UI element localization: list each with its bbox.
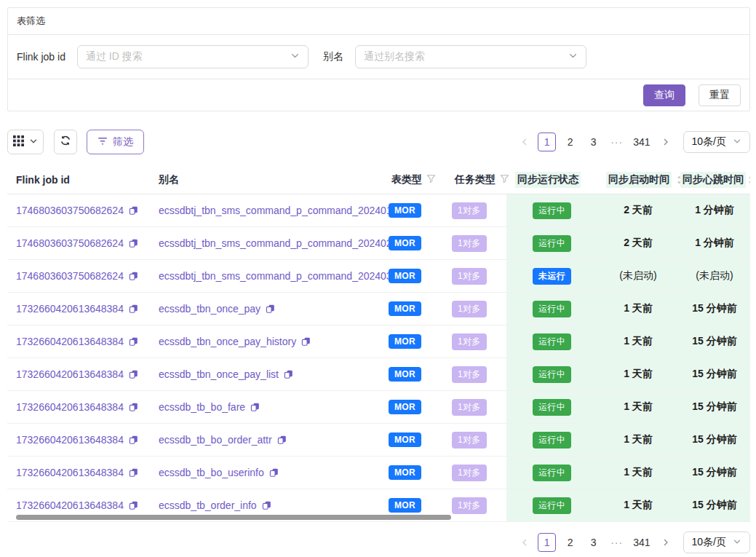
copy-icon[interactable] bbox=[129, 336, 138, 347]
alias-value[interactable]: ecssdb_tb_bo_fare bbox=[159, 401, 245, 413]
table-row: 1746803603750682624ecssdbtj_tbn_sms_comm… bbox=[7, 194, 750, 227]
column-header-sync-start-time[interactable]: 同步启动时间 bbox=[597, 165, 679, 194]
sync-heartbeat-time-cell: 15 分钟前 bbox=[679, 325, 750, 357]
pagination-page-3[interactable]: 3 bbox=[584, 133, 602, 151]
reset-button[interactable]: 重置 bbox=[699, 84, 741, 106]
alias-value[interactable]: ecssdb_tbn_once_pay_list bbox=[159, 368, 279, 380]
pagination-page-341[interactable]: 341 bbox=[631, 133, 652, 151]
task-type-badge: 1对多 bbox=[452, 202, 487, 219]
column-label: Flink job id bbox=[16, 174, 70, 186]
alias-cell[interactable]: ecssdb_tb_bo_fare bbox=[150, 391, 383, 423]
flink-job-id-value[interactable]: 1746803603750682624 bbox=[16, 205, 124, 216]
alias-value[interactable]: ecssdb_tbn_once_pay bbox=[159, 303, 260, 315]
column-settings-button[interactable] bbox=[7, 130, 44, 154]
copy-icon[interactable] bbox=[129, 271, 138, 281]
pagination-prev-button[interactable] bbox=[517, 133, 533, 151]
flink-job-id-value[interactable]: 1732660420613648384 bbox=[16, 401, 124, 413]
pagination-page-1[interactable]: 1 bbox=[538, 533, 556, 552]
sorter-icon[interactable] bbox=[747, 175, 750, 188]
copy-icon[interactable] bbox=[301, 336, 311, 347]
sync-table: Flink job id别名表类型任务类型同步运行状态同步启动时间同步心跳时间 … bbox=[7, 165, 750, 522]
pagination-next-button[interactable] bbox=[658, 533, 674, 552]
flink-job-id-cell[interactable]: 1732660420613648384 bbox=[7, 293, 150, 325]
table-row: 1732660420613648384ecssdb_tb_bo_userinfo… bbox=[7, 457, 750, 489]
copy-icon[interactable] bbox=[269, 467, 279, 478]
alias-cell[interactable]: ecssdbtj_tbn_sms_command_p_command_20240… bbox=[150, 194, 383, 226]
flink-job-id-cell[interactable]: 1746803603750682624 bbox=[7, 260, 150, 292]
alias-value[interactable]: ecssdb_tb_bo_userinfo bbox=[159, 467, 264, 478]
flink-job-id-cell[interactable]: 1732660420613648384 bbox=[7, 457, 150, 489]
alias-cell[interactable]: ecssdb_tbn_once_pay_list bbox=[150, 358, 383, 390]
flink-job-id-label: Flink job id bbox=[17, 51, 65, 63]
copy-icon[interactable] bbox=[129, 402, 138, 412]
status-badge: 运行中 bbox=[533, 432, 571, 449]
filter-form: Flink job id 通过 ID 搜索 别名 通过别名搜索 bbox=[8, 35, 749, 79]
copy-icon[interactable] bbox=[262, 500, 271, 510]
sync-heartbeat-time-cell: 15 分钟前 bbox=[679, 391, 750, 423]
refresh-icon bbox=[60, 135, 71, 149]
flink-job-id-value[interactable]: 1732660420613648384 bbox=[16, 303, 124, 315]
copy-icon[interactable] bbox=[277, 435, 287, 445]
pagination-next-button[interactable] bbox=[658, 133, 674, 151]
flink-job-id-value[interactable]: 1746803603750682624 bbox=[16, 270, 124, 282]
flink-job-id-value[interactable]: 1732660420613648384 bbox=[16, 434, 124, 446]
flink-job-id-cell[interactable]: 1732660420613648384 bbox=[7, 325, 150, 357]
filter-toggle-button[interactable]: 筛选 bbox=[87, 130, 144, 154]
column-header-task-type[interactable]: 任务类型 bbox=[446, 165, 506, 194]
alias-value[interactable]: ecssdbtj_tbn_sms_command_p_command_20240… bbox=[159, 270, 392, 282]
flink-job-id-value[interactable]: 1732660420613648384 bbox=[16, 368, 124, 380]
alias-cell[interactable]: ecssdb_tb_bo_userinfo bbox=[150, 457, 383, 489]
flink-job-id-select[interactable]: 通过 ID 搜索 bbox=[77, 45, 309, 68]
flink-job-id-cell[interactable]: 1732660420613648384 bbox=[7, 391, 150, 423]
flink-job-id-cell[interactable]: 1746803603750682624 bbox=[7, 227, 150, 259]
alias-cell[interactable]: ecssdb_tb_bo_order_attr bbox=[150, 424, 383, 456]
pagination-page-2[interactable]: 2 bbox=[561, 133, 579, 151]
flink-job-id-value[interactable]: 1732660420613648384 bbox=[16, 499, 124, 511]
pagination-prev-button[interactable] bbox=[517, 533, 533, 552]
alias-value[interactable]: ecssdb_tb_order_info bbox=[159, 499, 257, 511]
alias-value[interactable]: ecssdb_tbn_once_pay_history bbox=[159, 336, 296, 347]
copy-icon[interactable] bbox=[129, 205, 138, 216]
copy-icon[interactable] bbox=[129, 500, 138, 510]
flink-job-id-value[interactable]: 1732660420613648384 bbox=[16, 336, 124, 347]
copy-icon[interactable] bbox=[129, 435, 138, 445]
flink-job-id-value[interactable]: 1732660420613648384 bbox=[16, 467, 124, 478]
funnel-icon[interactable] bbox=[426, 174, 436, 186]
pagination-page-1[interactable]: 1 bbox=[538, 133, 556, 151]
sync-status-cell: 运行中 bbox=[506, 358, 597, 390]
sync-heartbeat-time-cell: 1 分钟前 bbox=[679, 227, 750, 259]
copy-icon[interactable] bbox=[129, 369, 138, 379]
column-label: 表类型 bbox=[391, 173, 422, 186]
pagination-page-341[interactable]: 341 bbox=[631, 533, 652, 552]
pagination-page-2[interactable]: 2 bbox=[561, 533, 579, 552]
alias-value[interactable]: ecssdbtj_tbn_sms_command_p_command_20240… bbox=[159, 205, 392, 216]
alias-select[interactable]: 通过别名搜索 bbox=[355, 45, 586, 68]
pagination-page-3[interactable]: 3 bbox=[584, 533, 602, 552]
column-header-table-type[interactable]: 表类型 bbox=[383, 165, 446, 194]
grid-icon bbox=[13, 135, 24, 149]
flink-job-id-cell[interactable]: 1746803603750682624 bbox=[7, 194, 150, 226]
alias-cell[interactable]: ecssdb_tbn_once_pay_history bbox=[150, 325, 383, 357]
alias-value[interactable]: ecssdb_tb_bo_order_attr bbox=[159, 434, 272, 446]
copy-icon[interactable] bbox=[250, 402, 260, 412]
sync-heartbeat-time-cell: 15 分钟前 bbox=[679, 489, 750, 521]
copy-icon[interactable] bbox=[129, 304, 138, 314]
sync-start-time-cell: 1 天前 bbox=[597, 358, 679, 390]
flink-job-id-value[interactable]: 1746803603750682624 bbox=[16, 237, 124, 249]
page-size-select[interactable]: 10条/页 bbox=[683, 131, 750, 153]
alias-cell[interactable]: ecssdb_tbn_once_pay bbox=[150, 293, 383, 325]
alias-value[interactable]: ecssdbtj_tbn_sms_command_p_command_20240… bbox=[159, 237, 392, 249]
copy-icon[interactable] bbox=[129, 467, 138, 478]
copy-icon[interactable] bbox=[266, 304, 275, 314]
alias-cell[interactable]: ecssdbtj_tbn_sms_command_p_command_20240… bbox=[150, 260, 383, 292]
alias-cell[interactable]: ecssdbtj_tbn_sms_command_p_command_20240… bbox=[150, 227, 383, 259]
page-size-select[interactable]: 10条/页 bbox=[683, 532, 750, 553]
copy-icon[interactable] bbox=[284, 369, 293, 379]
query-button[interactable]: 查询 bbox=[643, 84, 685, 106]
flink-job-id-cell[interactable]: 1732660420613648384 bbox=[7, 358, 150, 390]
copy-icon[interactable] bbox=[129, 238, 138, 248]
horizontal-scrollbar-thumb[interactable] bbox=[16, 515, 451, 520]
refresh-button[interactable] bbox=[54, 130, 77, 154]
flink-job-id-cell[interactable]: 1732660420613648384 bbox=[7, 424, 150, 456]
alias-placeholder: 通过别名搜索 bbox=[364, 50, 425, 63]
